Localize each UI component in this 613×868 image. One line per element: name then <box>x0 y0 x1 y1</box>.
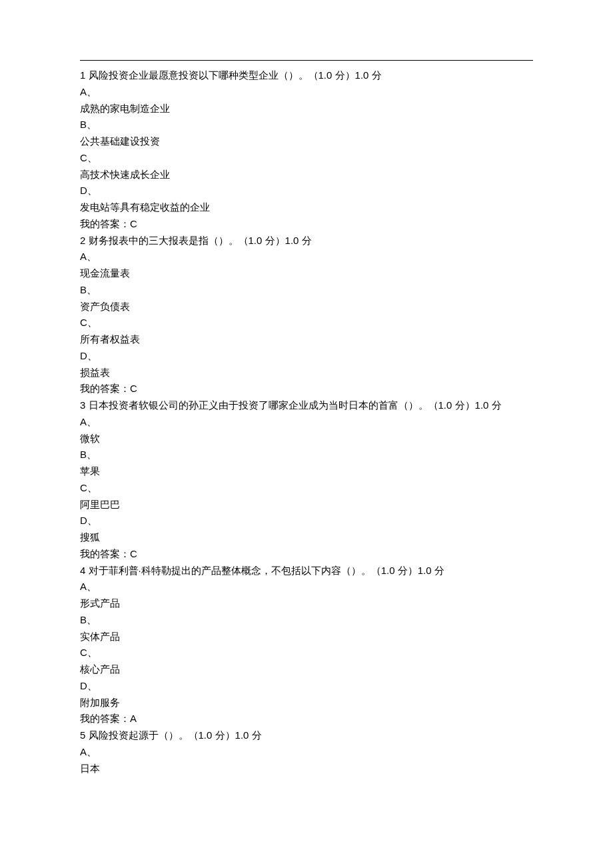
option-text: 资产负债表 <box>80 299 533 315</box>
question-number: 5 <box>80 729 85 741</box>
option-text: 所有者权益表 <box>80 331 533 348</box>
option-label: D、 <box>80 348 533 365</box>
option-label: D、 <box>80 678 533 695</box>
question-text: 风险投资企业最愿意投资以下哪种类型企业（）。（1.0 分）1.0 分 <box>89 69 382 81</box>
document-body: 1 风险投资企业最愿意投资以下哪种类型企业（）。（1.0 分）1.0 分A、成熟… <box>80 67 533 777</box>
question-text: 对于菲利普·科特勒提出的产品整体概念，不包括以下内容（）。（1.0 分）1.0 … <box>89 565 444 576</box>
question-text: 财务报表中的三大报表是指（）。（1.0 分）1.0 分 <box>89 235 312 246</box>
answer-label: 我的答案： <box>80 218 130 229</box>
option-text: 核心产品 <box>80 661 533 678</box>
option-label: A、 <box>80 744 533 761</box>
document-page: 1 风险投资企业最愿意投资以下哪种类型企业（）。（1.0 分）1.0 分A、成熟… <box>0 0 613 803</box>
option-text: 公共基础建设投资 <box>80 133 533 150</box>
option-label: A、 <box>80 84 533 101</box>
option-text: 实体产品 <box>80 629 533 645</box>
question-line: 1 风险投资企业最愿意投资以下哪种类型企业（）。（1.0 分）1.0 分 <box>80 67 533 84</box>
question-text: 风险投资起源于（）。（1.0 分）1.0 分 <box>89 729 262 741</box>
question-line: 5 风险投资起源于（）。（1.0 分）1.0 分 <box>80 727 533 744</box>
option-text: 高技术快速成长企业 <box>80 167 533 183</box>
answer-line: 我的答案：C <box>80 216 533 233</box>
question-number: 2 <box>80 235 85 246</box>
option-text: 微软 <box>80 431 533 447</box>
answer-label: 我的答案： <box>80 548 130 559</box>
option-text: 现金流量表 <box>80 265 533 282</box>
option-text: 苹果 <box>80 463 533 480</box>
option-label: C、 <box>80 480 533 497</box>
option-label: D、 <box>80 183 533 199</box>
answer-value: C <box>130 383 137 394</box>
answer-line: 我的答案：A <box>80 711 533 727</box>
option-label: C、 <box>80 150 533 167</box>
question-number: 3 <box>80 399 85 411</box>
option-label: A、 <box>80 414 533 431</box>
option-text: 日本 <box>80 761 533 777</box>
question-number: 1 <box>80 69 85 81</box>
answer-label: 我的答案： <box>80 713 130 724</box>
answer-label: 我的答案： <box>80 383 130 394</box>
option-text: 发电站等具有稳定收益的企业 <box>80 199 533 216</box>
option-text: 附加服务 <box>80 695 533 711</box>
question-line: 2 财务报表中的三大报表是指（）。（1.0 分）1.0 分 <box>80 233 533 249</box>
option-text: 成熟的家电制造企业 <box>80 101 533 117</box>
answer-value: C <box>130 548 137 559</box>
option-text: 阿里巴巴 <box>80 497 533 513</box>
option-label: C、 <box>80 645 533 661</box>
option-text: 形式产品 <box>80 595 533 612</box>
question-line: 4 对于菲利普·科特勒提出的产品整体概念，不包括以下内容（）。（1.0 分）1.… <box>80 563 533 579</box>
option-label: C、 <box>80 315 533 331</box>
answer-value: C <box>130 218 137 229</box>
answer-line: 我的答案：C <box>80 381 533 397</box>
option-text: 搜狐 <box>80 529 533 546</box>
question-line: 3 日本投资者软银公司的孙正义由于投资了哪家企业成为当时日本的首富（）。（1.0… <box>80 397 533 414</box>
option-label: B、 <box>80 612 533 629</box>
answer-line: 我的答案：C <box>80 546 533 563</box>
question-number: 4 <box>80 565 85 576</box>
option-label: D、 <box>80 513 533 529</box>
option-text: 损益表 <box>80 365 533 381</box>
answer-value: A <box>130 713 137 724</box>
option-label: B、 <box>80 447 533 463</box>
option-label: B、 <box>80 282 533 299</box>
option-label: A、 <box>80 579 533 595</box>
question-text: 日本投资者软银公司的孙正义由于投资了哪家企业成为当时日本的首富（）。（1.0 分… <box>89 399 502 411</box>
option-label: A、 <box>80 249 533 265</box>
option-label: B、 <box>80 117 533 133</box>
top-rule <box>80 60 533 61</box>
